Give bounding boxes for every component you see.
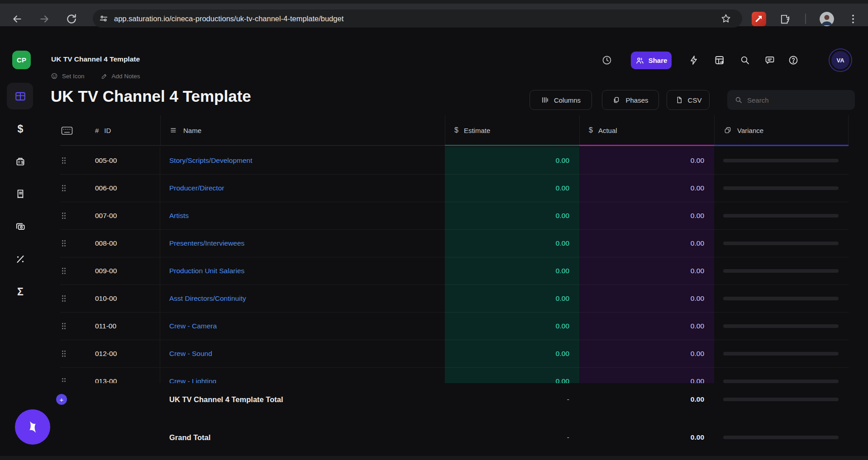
address-bar[interactable]: app.saturation.io/cineca-productions/uk-… (93, 9, 742, 28)
actual-cell[interactable]: 0.00 (579, 285, 714, 313)
sidebar-item-purchase-orders[interactable]: $ (14, 156, 26, 167)
table-search-input[interactable] (727, 90, 855, 110)
estimate-cell[interactable]: 0.00 (445, 313, 579, 340)
extensions-puzzle-icon[interactable] (779, 13, 791, 25)
drag-handle-icon[interactable] (62, 378, 66, 383)
column-header-actual[interactable]: $ Actual (579, 115, 714, 145)
columns-button[interactable]: Columns (529, 90, 592, 110)
add-row-button[interactable]: + (56, 394, 67, 405)
drag-handle-icon[interactable] (62, 267, 66, 275)
forward-icon[interactable] (38, 13, 50, 25)
table-row: 007-00 Artists 0.00 0.00 (60, 202, 849, 230)
history-clock-icon[interactable] (601, 55, 612, 66)
actual-cell[interactable]: 0.00 (579, 368, 714, 383)
people-icon (635, 56, 644, 65)
share-button[interactable]: Share (631, 52, 672, 69)
actual-cell[interactable]: 0.00 (579, 175, 714, 202)
drag-handle-icon[interactable] (62, 322, 66, 330)
export-table-icon[interactable] (714, 55, 725, 66)
extension-redirect-icon[interactable] (752, 12, 766, 26)
actual-cell[interactable]: 0.00 (579, 257, 714, 285)
id-cell[interactable]: 005-00 (60, 147, 160, 175)
csv-export-button[interactable]: CSV (667, 90, 710, 110)
row-name-link[interactable]: Presenters/Interviewees (169, 239, 244, 247)
variance-skeleton-bar (723, 398, 839, 401)
search-icon[interactable] (739, 55, 750, 66)
sidebar-item-payments[interactable] (14, 221, 26, 232)
workspace-badge[interactable]: CP (12, 51, 31, 69)
table-row: 010-00 Asst Directors/Continuity 0.00 0.… (60, 285, 849, 313)
actual-cell[interactable]: 0.00 (579, 340, 714, 368)
add-notes-button[interactable]: Add Notes (101, 72, 140, 80)
estimate-value: 0.00 (556, 239, 569, 247)
id-cell[interactable]: 006-00 (60, 175, 160, 202)
column-header-variance[interactable]: Variance (714, 115, 849, 145)
column-header-estimate[interactable]: $ Estimate (445, 115, 579, 145)
actual-cell[interactable]: 0.00 (579, 313, 714, 340)
row-name-link[interactable]: Asst Directors/Continuity (169, 294, 246, 303)
estimate-cell[interactable]: 0.00 (445, 368, 579, 383)
site-settings-icon[interactable] (99, 14, 109, 24)
estimate-cell[interactable]: 0.00 (445, 230, 579, 257)
row-name-link[interactable]: Crew - Lighting (169, 377, 216, 383)
back-icon[interactable] (11, 13, 23, 25)
actual-value: 0.00 (691, 350, 704, 358)
variance-skeleton-bar (723, 214, 839, 218)
comments-icon[interactable] (764, 55, 775, 66)
sidebar-item-invoices[interactable] (14, 188, 26, 200)
reload-icon[interactable] (66, 13, 77, 25)
drag-handle-icon[interactable] (62, 295, 66, 302)
actual-cell[interactable]: 0.00 (579, 230, 714, 257)
estimate-cell[interactable]: 0.00 (445, 257, 579, 285)
set-icon-button[interactable]: Set Icon (51, 72, 85, 80)
drag-handle-icon[interactable] (62, 157, 66, 164)
estimate-cell[interactable]: 0.00 (445, 340, 579, 368)
actual-cell[interactable]: 0.00 (579, 147, 714, 175)
variance-skeleton-bar (723, 269, 839, 273)
drag-handle-icon[interactable] (62, 185, 66, 192)
keyboard-icon[interactable] (61, 126, 73, 135)
bookmark-star-icon[interactable] (720, 13, 731, 24)
row-name-link[interactable]: Crew - Camera (169, 322, 217, 330)
id-cell[interactable]: 012-00 (60, 340, 160, 368)
sidebar-item-summary[interactable]: Σ (14, 286, 26, 298)
column-header-id[interactable]: # ID (60, 115, 160, 145)
saturation-logo-button[interactable] (15, 409, 50, 445)
estimate-cell[interactable]: 0.00 (445, 147, 579, 175)
estimate-cell[interactable]: 0.00 (445, 175, 579, 202)
phases-button[interactable]: Phases (602, 90, 659, 110)
row-name-link[interactable]: Production Unit Salaries (169, 267, 244, 275)
actual-cell[interactable]: 0.00 (579, 202, 714, 230)
app-window: app.saturation.io/cineca-productions/uk-… (0, 0, 868, 460)
search-field[interactable] (747, 96, 842, 104)
drag-handle-icon[interactable] (62, 212, 66, 219)
row-name-link[interactable]: Producer/Director (169, 184, 224, 192)
row-name-link[interactable]: Crew - Sound (169, 350, 212, 358)
drag-handle-icon[interactable] (62, 350, 66, 357)
id-cell[interactable]: 011-00 (60, 313, 160, 340)
actual-value: 0.00 (691, 294, 704, 303)
automations-lightning-icon[interactable] (688, 55, 699, 66)
drag-handle-icon[interactable] (62, 240, 66, 247)
id-cell[interactable]: 008-00 (60, 230, 160, 257)
estimate-cell[interactable]: 0.00 (445, 202, 579, 230)
id-cell[interactable]: 010-00 (60, 285, 160, 313)
column-header-name[interactable]: Name (160, 115, 445, 145)
sidebar-item-costs[interactable]: $ (14, 123, 26, 135)
browser-menu-kebab-icon[interactable] (847, 13, 859, 25)
id-cell[interactable]: 013-00 (60, 368, 160, 383)
url-text[interactable]: app.saturation.io/cineca-productions/uk-… (114, 14, 343, 23)
browser-profile-avatar[interactable] (820, 12, 834, 26)
help-icon[interactable] (788, 55, 799, 66)
row-name-link[interactable]: Story/Scripts/Development (169, 156, 253, 165)
row-name-link[interactable]: Artists (169, 212, 189, 220)
id-cell[interactable]: 009-00 (60, 257, 160, 285)
sidebar-item-budget-table[interactable] (14, 90, 26, 102)
estimate-cell[interactable]: 0.00 (445, 285, 579, 313)
user-avatar[interactable]: VA (831, 51, 849, 69)
toolbar-divider (805, 14, 806, 24)
id-cell[interactable]: 007-00 (60, 202, 160, 230)
horizontal-scrollbar-track[interactable] (0, 456, 868, 460)
sidebar-item-rates[interactable] (14, 253, 26, 265)
row-id: 012-00 (95, 350, 117, 358)
